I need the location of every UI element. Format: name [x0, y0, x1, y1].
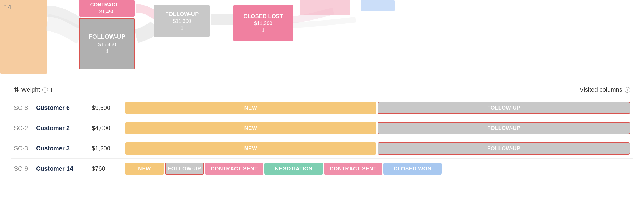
row-customer-name: Customer 2	[33, 118, 89, 138]
row-id: SC-3	[11, 138, 33, 159]
svg-rect-0	[0, 0, 47, 74]
stage-badge[interactable]: FOLLOW-UP	[165, 163, 204, 175]
stage-badge[interactable]: NEW	[125, 102, 376, 114]
contract-top-value: $1,450	[99, 8, 114, 15]
row-customer-name: Customer 6	[33, 98, 89, 118]
followup-small-node: FOLLOW-UP $11,300 1	[154, 5, 210, 37]
visited-columns-control: Visited columns i	[580, 86, 630, 93]
stage-badge[interactable]: NEW	[125, 142, 376, 155]
row-id: SC-2	[11, 118, 33, 138]
weight-control: ⇅ Weight i ↓	[14, 86, 53, 93]
row-weight: $4,000	[89, 118, 122, 138]
svg-text:14: 14	[4, 3, 11, 11]
stage-badge[interactable]: FOLLOW-UP	[378, 102, 630, 114]
weight-info-icon[interactable]: i	[42, 87, 48, 93]
table-controls: ⇅ Weight i ↓ Visited columns i	[11, 86, 633, 93]
svg-rect-2	[300, 0, 350, 15]
deals-table: SC-8Customer 6$9,500NEWFOLLOW-UPSC-2Cust…	[11, 98, 633, 179]
stage-badge[interactable]: NEW	[125, 122, 376, 134]
svg-rect-3	[361, 0, 395, 11]
stage-badge[interactable]: CLOSED WON	[383, 163, 442, 175]
table-row[interactable]: SC-3Customer 3$1,200NEWFOLLOW-UP	[11, 138, 633, 159]
weight-label: Weight	[21, 86, 40, 93]
row-customer-name: Customer 3	[33, 138, 89, 159]
sort-down-icon[interactable]: ↓	[50, 86, 53, 93]
row-stages: NEWFOLLOW-UP	[122, 98, 633, 118]
followup-small-label: FOLLOW-UP	[165, 10, 199, 18]
stage-badge[interactable]: NEGOTIATION	[264, 163, 323, 175]
followup-main-label: FOLLOW-UP	[89, 33, 126, 41]
table-row[interactable]: SC-8Customer 6$9,500NEWFOLLOW-UP	[11, 98, 633, 118]
row-weight: $1,200	[89, 138, 122, 159]
stage-badge[interactable]: FOLLOW-UP	[378, 122, 630, 134]
closed-lost-value: $11,300	[254, 20, 272, 27]
stage-badge[interactable]: CONTRACT SENT	[324, 163, 382, 175]
row-stages: NEWFOLLOW-UPCONTRACT SENTNEGOTIATIONCONT…	[122, 159, 633, 179]
followup-small-value: $11,300	[173, 18, 191, 25]
followup-small-count: 1	[181, 25, 183, 32]
followup-main-value: $15,460	[98, 41, 116, 48]
visited-columns-info-icon[interactable]: i	[625, 87, 630, 93]
row-stages: NEWFOLLOW-UP	[122, 118, 633, 138]
closed-lost-count: 1	[262, 27, 264, 34]
contract-top-node: CONTRACT ... $1,450	[79, 0, 135, 17]
stage-badge[interactable]: NEW	[125, 163, 164, 175]
row-id: SC-9	[11, 159, 33, 179]
row-stages: NEWFOLLOW-UP	[122, 138, 633, 159]
contract-top-label: CONTRACT ...	[90, 1, 124, 8]
closed-lost-label: CLOSED LOST	[243, 12, 283, 20]
followup-main-node: FOLLOW-UP $15,460 4	[79, 18, 135, 69]
table-row[interactable]: SC-2Customer 2$4,000NEWFOLLOW-UP	[11, 118, 633, 138]
closed-lost-node: CLOSED LOST $11,300 1	[233, 5, 293, 41]
stage-badge[interactable]: CONTRACT SENT	[205, 163, 263, 175]
row-id: SC-8	[11, 98, 33, 118]
row-weight: $9,500	[89, 98, 122, 118]
row-customer-name: Customer 14	[33, 159, 89, 179]
row-weight: $760	[89, 159, 122, 179]
visited-columns-label: Visited columns	[580, 86, 622, 93]
table-row[interactable]: SC-9Customer 14$760NEWFOLLOW-UPCONTRACT …	[11, 159, 633, 179]
sort-weight-icon[interactable]: ⇅	[14, 86, 19, 93]
table-section: ⇅ Weight i ↓ Visited columns i SC-8Custo…	[0, 81, 644, 179]
followup-main-count: 4	[106, 48, 108, 55]
sankey-chart: 14 CONTRACT ... $1,450 FOLLOW-UP $15,460…	[0, 0, 644, 81]
stage-badge[interactable]: FOLLOW-UP	[378, 142, 630, 155]
